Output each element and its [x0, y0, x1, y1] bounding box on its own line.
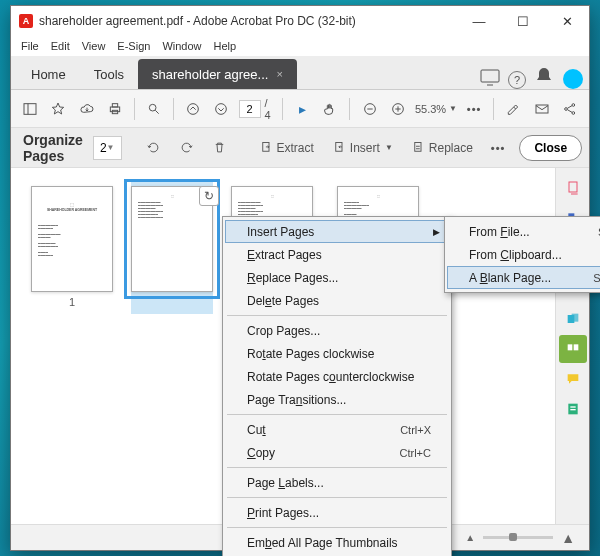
ctx-replace-pages[interactable]: Replace Pages...: [225, 266, 449, 289]
sub-from-clipboard[interactable]: From Clipboard...: [447, 243, 600, 266]
sub-from-file[interactable]: From File...Shift+Ctrl+I: [447, 220, 600, 243]
svg-point-12: [572, 103, 575, 106]
insert-submenu: From File...Shift+Ctrl+I From Clipboard.…: [444, 216, 600, 293]
menu-edit[interactable]: Edit: [51, 40, 70, 52]
page-total-label: / 4: [265, 97, 274, 121]
bell-icon[interactable]: [532, 65, 556, 89]
organize-more-button[interactable]: •••: [487, 135, 510, 161]
svg-rect-3: [112, 103, 117, 106]
context-menu: Insert Pages▶ Extract Pages Replace Page…: [222, 216, 452, 556]
share-icon[interactable]: [559, 97, 581, 121]
acrobat-logo-icon: A: [19, 14, 33, 28]
thumb-size-large-icon[interactable]: ▲: [561, 530, 575, 546]
print-icon[interactable]: [104, 97, 126, 121]
svg-point-11: [564, 107, 567, 110]
svg-rect-23: [567, 344, 572, 350]
tab-close-icon[interactable]: ×: [276, 68, 282, 80]
titlebar: A shareholder agreement.pdf - Adobe Acro…: [11, 6, 589, 36]
minimize-button[interactable]: —: [457, 6, 501, 36]
ctx-transitions[interactable]: Page Transitions...: [225, 388, 449, 411]
menu-file[interactable]: File: [21, 40, 39, 52]
menu-window[interactable]: Window: [162, 40, 201, 52]
svg-point-7: [216, 103, 227, 114]
tab-home[interactable]: Home: [17, 59, 80, 89]
thumb-rotate-icon[interactable]: ↻: [199, 186, 219, 206]
ctx-crop-pages[interactable]: Crop Pages...: [225, 319, 449, 342]
rail-combine-icon[interactable]: [559, 305, 587, 333]
ctx-insert-pages[interactable]: Insert Pages▶: [225, 220, 449, 243]
zoom-dropdown[interactable]: 55.3%▼: [415, 103, 457, 115]
tab-tools[interactable]: Tools: [80, 59, 138, 89]
delete-page-button[interactable]: [208, 135, 231, 161]
svg-rect-1: [24, 103, 36, 114]
find-icon[interactable]: [143, 97, 165, 121]
ctx-rotate-cw[interactable]: Rotate Pages clockwise: [225, 342, 449, 365]
svg-point-13: [572, 111, 575, 114]
thumb-label-1: 1: [69, 296, 75, 308]
tab-document-label: shareholder agree...: [152, 67, 268, 82]
star-icon[interactable]: [47, 97, 69, 121]
menubar: File Edit View E-Sign Window Help: [11, 36, 589, 56]
account-avatar[interactable]: [563, 69, 583, 89]
thumb-size-small-icon[interactable]: ▲: [465, 532, 475, 543]
rail-more-icon[interactable]: [559, 395, 587, 423]
ctx-extract-pages[interactable]: Extract Pages: [225, 243, 449, 266]
extract-button[interactable]: Extract: [255, 135, 318, 161]
rotate-ccw-button[interactable]: [142, 135, 165, 161]
thumb-page-2[interactable]: ⬚▬▬▬▬▬▬▬▬▬▬▬▬▬▬▬▬▬▬▬▬▬▬▬▬▬▬▬▬▬▬▬▬▬▬▬▬▬▬▬…: [131, 180, 213, 314]
ctx-page-labels[interactable]: Page Labels...: [225, 471, 449, 494]
svg-rect-26: [570, 406, 575, 407]
help-icon[interactable]: ?: [508, 71, 526, 89]
highlight-icon[interactable]: [502, 97, 524, 121]
replace-button[interactable]: Replace: [407, 135, 477, 161]
organize-page-select[interactable]: 2▼: [93, 136, 122, 160]
more-tools-icon[interactable]: •••: [463, 97, 485, 121]
svg-rect-27: [570, 409, 575, 410]
window-title: shareholder agreement.pdf - Adobe Acroba…: [39, 14, 457, 28]
maximize-button[interactable]: ☐: [501, 6, 545, 36]
page-current-input[interactable]: [239, 100, 261, 118]
svg-rect-0: [481, 70, 499, 82]
rail-create-icon[interactable]: [559, 174, 587, 202]
menu-view[interactable]: View: [82, 40, 106, 52]
svg-point-5: [149, 104, 156, 111]
svg-rect-22: [571, 314, 578, 322]
organize-title: Organize Pages: [23, 132, 83, 164]
insert-button[interactable]: Insert▼: [328, 135, 397, 161]
ctx-delete-pages[interactable]: Delete Pages: [225, 289, 449, 312]
svg-rect-17: [569, 182, 577, 192]
cloud-icon[interactable]: [76, 97, 98, 121]
zoom-out-icon[interactable]: [358, 97, 380, 121]
sidebar-toggle-button[interactable]: [19, 97, 41, 121]
page-down-icon[interactable]: [210, 97, 232, 121]
svg-rect-24: [573, 344, 578, 350]
tab-document[interactable]: shareholder agree... ×: [138, 59, 297, 89]
page-up-icon[interactable]: [182, 97, 204, 121]
organize-close-button[interactable]: Close: [519, 135, 582, 161]
sub-blank-page[interactable]: A Blank Page...Shift+Ctrl+T: [447, 266, 600, 289]
ctx-cut[interactable]: CutCtrl+X: [225, 418, 449, 441]
select-tool-icon[interactable]: ▸: [291, 97, 313, 121]
rail-organize-icon[interactable]: [559, 335, 587, 363]
ctx-copy[interactable]: CopyCtrl+C: [225, 441, 449, 464]
page-counter: / 4: [239, 97, 274, 121]
close-window-button[interactable]: ✕: [545, 6, 589, 36]
svg-rect-2: [110, 107, 119, 112]
thumb-size-slider[interactable]: [509, 533, 517, 541]
ctx-print-pages[interactable]: Print Pages...: [225, 501, 449, 524]
menu-help[interactable]: Help: [214, 40, 237, 52]
mail-icon[interactable]: [530, 97, 552, 121]
rail-comment-icon[interactable]: [559, 365, 587, 393]
tab-bar: Home Tools shareholder agree... × ?: [11, 56, 589, 90]
main-toolbar: / 4 ▸ 55.3%▼ •••: [11, 90, 589, 128]
rotate-cw-button[interactable]: [175, 135, 198, 161]
thumb-page-1[interactable]: ⬚SHAREHOLDER AGREEMENT▬▬▬▬▬▬▬▬▬▬▬▬▬▬▬▬▬▬…: [31, 186, 113, 308]
hand-tool-icon[interactable]: [319, 97, 341, 121]
ctx-rotate-ccw[interactable]: Rotate Pages counterclockwise: [225, 365, 449, 388]
organize-toolbar: Organize Pages 2▼ Extract Insert▼ Replac…: [11, 128, 589, 168]
menu-esign[interactable]: E-Sign: [117, 40, 150, 52]
svg-rect-10: [536, 105, 548, 113]
zoom-in-icon[interactable]: [387, 97, 409, 121]
ctx-embed-thumbs[interactable]: Embed All Page Thumbnails: [225, 531, 449, 554]
screen-icon[interactable]: [478, 65, 502, 89]
